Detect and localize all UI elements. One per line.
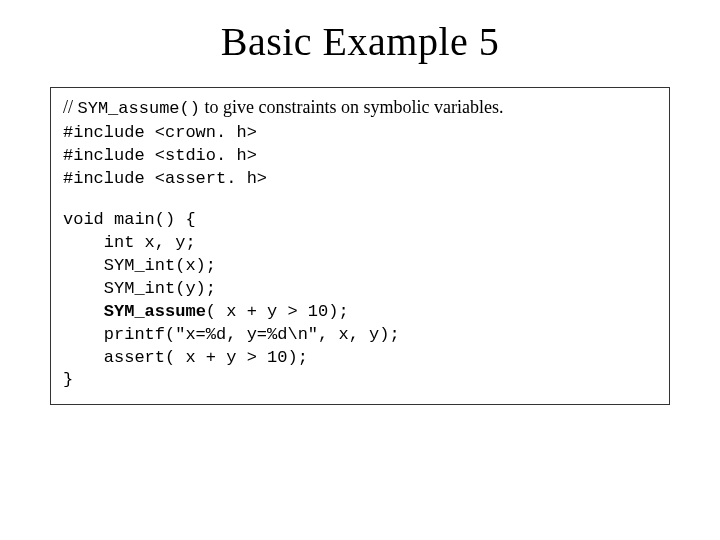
comment-suffix: to give constraints on symbolic variable… (200, 97, 503, 117)
slide: Basic Example 5 // SYM_assume() to give … (0, 0, 720, 540)
code-body-bold: SYM_assume (104, 302, 206, 321)
code-box: // SYM_assume() to give constraints on s… (50, 87, 670, 405)
comment-prefix: // (63, 97, 78, 117)
includes-block: #include <crown. h> #include <stdio. h> … (63, 122, 657, 191)
comment-code: SYM_assume() (78, 99, 200, 118)
slide-title: Basic Example 5 (50, 18, 670, 65)
code-body: void main() { int x, y; SYM_int(x); SYM_… (63, 209, 657, 393)
comment-line: // SYM_assume() to give constraints on s… (63, 96, 657, 120)
